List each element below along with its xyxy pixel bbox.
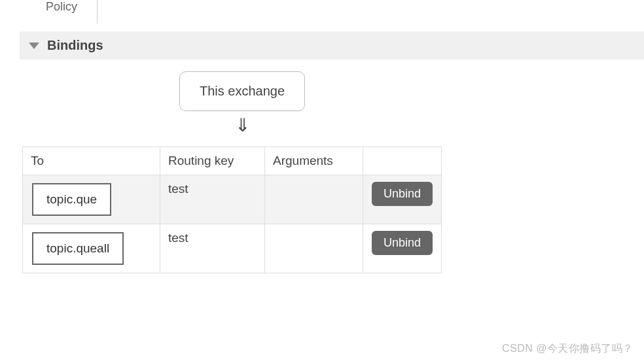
col-arguments: Arguments <box>265 147 363 175</box>
col-routing-key: Routing key <box>160 147 265 175</box>
bindings-section: Bindings This exchange ⇓ To Routing key … <box>20 31 644 273</box>
table-header-row: To Routing key Arguments <box>23 147 442 175</box>
col-to: To <box>23 147 160 175</box>
queue-link[interactable]: topic.queall <box>32 232 124 265</box>
bindings-diagram: This exchange ⇓ <box>170 71 314 135</box>
chevron-down-icon <box>29 43 39 49</box>
bindings-header[interactable]: Bindings <box>20 31 644 60</box>
cell-routing-key: test <box>160 224 265 273</box>
col-actions <box>363 147 442 175</box>
arrow-down-icon: ⇓ <box>235 116 250 135</box>
bindings-title: Bindings <box>47 38 103 53</box>
table-body: topic.quetestUnbindtopic.quealltestUnbin… <box>23 175 442 273</box>
table-row: topic.quetestUnbind <box>23 175 442 224</box>
cell-action: Unbind <box>363 224 442 273</box>
unbind-button[interactable]: Unbind <box>372 231 433 255</box>
table-row: topic.quealltestUnbind <box>23 224 442 273</box>
cell-to: topic.queall <box>23 224 160 273</box>
tab-divider <box>97 0 98 24</box>
unbind-button[interactable]: Unbind <box>372 182 433 206</box>
exchange-box: This exchange <box>179 71 305 111</box>
cell-routing-key: test <box>160 175 265 224</box>
cell-arguments <box>265 224 363 273</box>
cell-to: topic.que <box>23 175 160 224</box>
watermark: CSDN @今天你撸码了吗？ <box>502 342 634 356</box>
queue-link[interactable]: topic.que <box>32 183 111 216</box>
tab-policy-fragment: Policy <box>46 0 77 18</box>
cell-action: Unbind <box>363 175 442 224</box>
bindings-table: To Routing key Arguments topic.quetestUn… <box>22 146 442 273</box>
cell-arguments <box>265 175 363 224</box>
